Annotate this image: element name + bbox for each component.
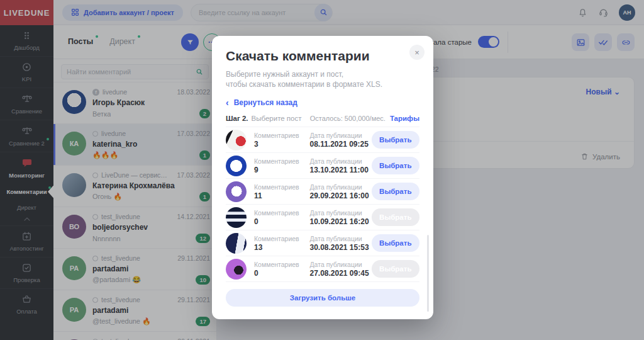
publish-date-value: 13.10.2021 11:00 [309,166,371,174]
step-number: Шаг 2. [226,115,248,122]
chevron-left-icon: ‹ [226,98,229,107]
post-thumbnail [226,207,247,228]
comments-count-value: 13 [254,243,302,252]
comments-count-value: 9 [254,166,302,174]
publish-date-label: Дата публикации [309,157,371,165]
select-post-button[interactable]: Выбрать [372,234,419,252]
comments-count-label: Комментариев [254,157,302,165]
publish-date-value: 29.09.2021 16:00 [309,191,371,200]
post-row: Комментариев 0 Дата публикации 10.09.202… [226,205,419,230]
comments-count-value: 3 [254,140,302,149]
publish-date-label: Дата публикации [309,261,371,268]
publish-date-value: 08.11.2021 09:25 [309,140,371,149]
post-thumbnail [226,181,247,202]
download-comments-modal: × Скачать комментарии Выберите нужный ак… [212,36,433,319]
publish-date-label: Дата публикации [309,132,371,139]
comments-count-label: Комментариев [254,261,302,268]
comments-count-label: Комментариев [254,183,302,191]
close-icon[interactable]: × [409,45,425,60]
publish-date-value: 30.08.2021 15:53 [309,243,371,252]
publish-date-value: 10.09.2021 16:20 [309,217,371,226]
post-thumbnail [226,130,247,150]
post-row: Комментариев 9 Дата публикации 13.10.202… [226,153,419,179]
post-row: Комментариев 0 Дата публикации 27.08.202… [226,256,419,282]
posts-list: Комментариев 3 Дата публикации 08.11.202… [226,127,419,282]
select-post-button[interactable]: Выбрать [372,157,419,174]
comments-count-value: 0 [254,217,302,226]
publish-date-label: Дата публикации [309,209,371,217]
select-post-button[interactable]: Выбрать [372,208,419,226]
post-thumbnail [226,233,247,254]
post-row: Комментариев 13 Дата публикации 30.08.20… [226,230,419,256]
modal-title: Скачать комментарии [226,48,419,64]
post-thumbnail [226,156,247,176]
publish-date-value: 27.08.2021 09:45 [309,269,371,278]
quota-remaining: Осталось: 500,000/мес. [310,115,386,122]
post-row: Комментариев 3 Дата публикации 08.11.202… [226,127,419,153]
select-post-button[interactable]: Выбрать [372,183,419,200]
modal-subtitle: Выберите нужный аккаунт и пост, чтобы ск… [226,69,419,89]
select-post-button[interactable]: Выбрать [372,260,419,278]
comments-count-value: 11 [254,191,302,200]
comments-count-value: 0 [254,269,302,278]
publish-date-label: Дата публикации [309,235,371,242]
comments-count-label: Комментариев [254,132,302,139]
tariffs-link[interactable]: Тарифы [390,115,419,122]
back-link[interactable]: ‹ Вернуться назад [226,98,419,107]
comments-count-label: Комментариев [254,235,302,242]
publish-date-label: Дата публикации [309,183,371,191]
post-row: Комментариев 11 Дата публикации 29.09.20… [226,179,419,205]
select-post-button[interactable]: Выбрать [372,131,419,149]
modal-scrollbar[interactable] [427,235,429,312]
load-more-button[interactable]: Загрузить больше [226,289,419,307]
post-thumbnail [226,259,247,280]
step-text: Выберите пост [252,115,302,122]
comments-count-label: Комментариев [254,209,302,217]
